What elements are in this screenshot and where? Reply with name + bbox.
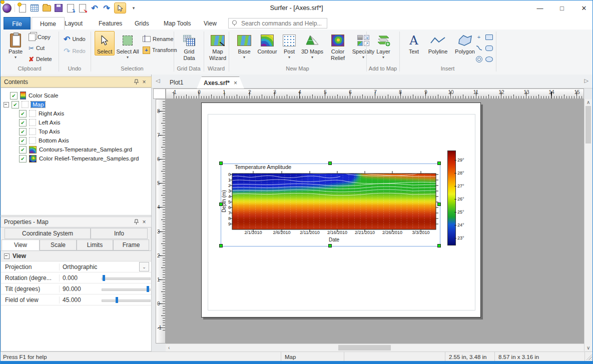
selection-handle[interactable] [219,202,223,206]
rename-button[interactable]: Rename [143,34,174,44]
selection-handle[interactable] [437,244,441,248]
checkbox[interactable]: ✔ [19,155,27,162]
layer-button[interactable]: Layer▾ [371,31,395,60]
scroll-down-icon[interactable]: ∨ [586,345,590,350]
collapse-expander-icon[interactable] [4,254,10,259]
select-all-button[interactable]: Select All▾ [116,31,140,60]
doc-tab-axes[interactable]: Axes.srf* × [197,76,244,89]
doc-tab-plot1[interactable]: Plot1 [163,76,190,88]
tree-item-map[interactable]: ✔ Map [1,100,151,109]
copy-button[interactable]: Copy [29,32,51,42]
pin-icon[interactable] [132,78,140,86]
rotation-value[interactable]: 0.000 [60,274,102,282]
contents-close-icon[interactable]: × [140,78,148,86]
tab-view[interactable]: View [2,240,40,250]
insert-text-button[interactable]: A Text [403,31,424,56]
collapse-expander-icon[interactable] [4,102,9,108]
tree-item-right-axis[interactable]: ✔ Right Axis [1,109,151,118]
insert-polyline-button[interactable]: Polyline [424,31,451,56]
tab-scroll-right-icon[interactable]: ▷ [584,78,588,84]
rotation-slider[interactable] [102,274,150,282]
contour-map-button[interactable]: Contour [255,31,280,56]
resize-grip[interactable] [586,354,592,360]
h-scroll-thumb[interactable] [338,345,391,350]
grid-data-button[interactable]: Grid Data [177,31,202,62]
projection-value[interactable]: Orthographic [60,264,102,270]
tab-file[interactable]: File [4,17,31,30]
insert-ellipse-button[interactable] [485,56,493,62]
properties-close-icon[interactable]: × [140,218,148,226]
command-search[interactable] [228,18,327,28]
layer-icon [376,32,391,48]
redo-button[interactable]: ↷Redo [64,46,86,56]
scroll-left-icon[interactable]: ‹ [168,345,170,350]
tab-grids[interactable]: Grids [127,17,157,30]
map-wizard-button[interactable]: Map Wizard [206,31,230,62]
checkbox[interactable]: ✔ [19,128,27,136]
tab-scroll-left-icon[interactable]: ◁ [156,78,160,84]
checkbox[interactable]: ✔ [10,92,18,100]
cut-button[interactable]: ✂Cut [29,44,45,52]
scroll-up-icon[interactable]: ∧ [586,100,590,105]
tab-scale[interactable]: Scale [40,240,77,250]
selection-handle[interactable] [328,162,332,165]
selection-handle[interactable] [437,202,441,206]
selection-handle[interactable] [219,244,223,248]
section-header-view[interactable]: View [1,251,151,262]
horizontal-scrollbar[interactable]: ‹ [166,344,584,352]
insert-spline-button[interactable] [475,44,483,52]
close-button[interactable]: ✕ [579,4,588,12]
tab-info[interactable]: Info [91,228,148,239]
checkbox[interactable]: ✔ [19,110,27,118]
v-scroll-thumb[interactable] [585,106,591,144]
color-relief-button[interactable]: Color Relief [326,31,350,62]
tree-item-color-relief-layer[interactable]: ✔ Color Relief-Temperature_Samples.grd [1,154,151,163]
insert-symbol-button[interactable]: + [475,34,483,40]
maximize-button[interactable]: □ [557,4,566,12]
search-input[interactable] [240,20,322,28]
color-scale-bar[interactable] [447,150,456,246]
tab-frame[interactable]: Frame [113,240,149,250]
tree-item-bottom-axis[interactable]: ✔ Bottom Axis [1,136,151,145]
tab-close-icon[interactable]: × [234,80,237,86]
insert-circle-button[interactable] [475,56,483,62]
tree-item-left-axis[interactable]: ✔ Left Axis [1,118,151,127]
tab-limits[interactable]: Limits [77,240,113,250]
checkbox[interactable]: ✔ [19,137,27,144]
insert-rounded-rect-button[interactable] [485,44,493,52]
undo-button[interactable]: ↶Undo [64,34,86,44]
selection-handle[interactable] [328,244,332,248]
tree-item-color-scale[interactable]: ✔ Color Scale [1,91,151,100]
field-of-view-value[interactable]: 45.000 [60,296,102,304]
base-map-button[interactable]: Base▾ [233,31,256,60]
selection-handle[interactable] [219,162,223,165]
tree-item-contours-layer[interactable]: ✔ Contours-Temperature_Samples.grd [1,145,151,154]
checkbox[interactable]: ✔ [19,146,27,154]
select-button[interactable]: Select [95,31,115,56]
tab-map-tools[interactable]: Map Tools [156,17,199,30]
tilt-value[interactable]: 90.000 [60,286,102,292]
selection-handle[interactable] [437,162,441,165]
tab-view[interactable]: View [196,17,225,30]
minimize-button[interactable]: — [535,4,544,12]
delete-button[interactable]: ✘Delete [29,54,52,64]
insert-polygon-button[interactable]: Polygon [451,31,478,56]
transform-button[interactable]: +Transform [143,46,177,54]
drawing-viewport[interactable]: Temperature Amplitude 0123456789 Depth (… [166,99,584,344]
tree-item-top-axis[interactable]: ✔ Top Axis [1,127,151,136]
checkbox[interactable]: ✔ [19,119,27,126]
projection-dropdown[interactable]: ⌄ [139,262,149,272]
pin-icon[interactable] [132,218,140,226]
depth-tick-label: 0 [222,172,231,177]
post-map-button[interactable]: Post▾ [280,31,299,60]
tab-features[interactable]: Features [91,17,130,30]
tab-layout[interactable]: Layout [57,17,91,30]
insert-rectangle-button[interactable] [485,34,493,40]
tilt-slider[interactable] [102,286,150,292]
vertical-scrollbar[interactable]: ∧ ∨ [584,99,592,351]
field-of-view-slider[interactable] [102,296,150,304]
tab-coordinate-system[interactable]: Coordinate System [5,228,91,239]
maps-3d-button[interactable]: 3D Maps▾ [299,31,326,60]
paste-button[interactable]: Paste▾ [5,31,27,60]
checkbox[interactable]: ✔ [12,101,19,108]
